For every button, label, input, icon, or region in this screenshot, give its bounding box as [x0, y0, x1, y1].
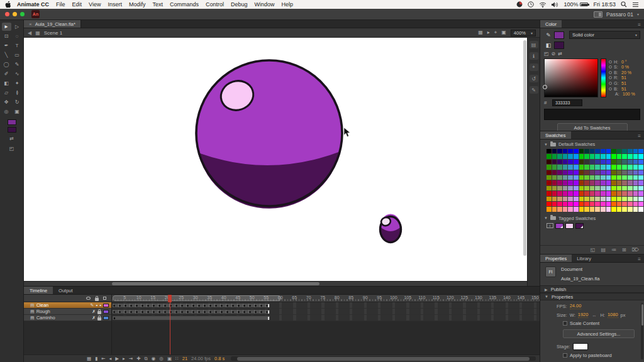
swatch-cell[interactable]	[622, 202, 627, 206]
swatch-cell[interactable]	[568, 154, 573, 158]
swatch-cell[interactable]	[547, 207, 552, 211]
layer-hidden-icon[interactable]: ✗	[92, 309, 96, 314]
swatch-cell[interactable]	[563, 170, 568, 175]
swatch-cell[interactable]	[606, 202, 611, 206]
onion-skin-button[interactable]: ◉	[152, 356, 156, 361]
center-frame-button[interactable]: ✚	[136, 356, 140, 361]
tab-properties[interactable]: Properties	[540, 255, 572, 262]
swatch-cell[interactable]	[552, 207, 557, 211]
modify-markers-button[interactable]: ∷	[175, 356, 179, 361]
swatch-cell[interactable]	[595, 207, 600, 211]
eyedropper-tool[interactable]: ✦	[13, 79, 22, 87]
fill-color-chip[interactable]	[8, 127, 16, 133]
swap-colors-icon[interactable]: ⇄	[7, 134, 16, 143]
swatch-cell[interactable]	[568, 207, 573, 211]
step-back-button[interactable]: ◂	[109, 356, 112, 361]
swatch-cell[interactable]	[590, 160, 595, 164]
window-minimize-button[interactable]	[13, 12, 17, 16]
eraser-tool[interactable]: ▱	[2, 89, 11, 97]
swatch-cell[interactable]	[568, 186, 573, 190]
paint-bucket-tool[interactable]: ◧	[2, 79, 11, 87]
swatch-cell[interactable]	[628, 175, 633, 180]
swatch-cell[interactable]	[601, 207, 606, 211]
swatch-cell[interactable]	[579, 170, 584, 175]
height-value-field[interactable]: 1080	[608, 312, 618, 318]
swatch-cell[interactable]	[633, 175, 638, 180]
swatch-cell[interactable]	[638, 207, 643, 211]
swatch-cell[interactable]	[552, 202, 557, 206]
color-component-radio[interactable]	[609, 71, 612, 74]
swatch-cell[interactable]	[552, 191, 557, 195]
window-close-button[interactable]	[5, 12, 9, 16]
edit-multiple-frames-button[interactable]: ▣	[167, 356, 172, 361]
swatch-list-button[interactable]: ≔	[611, 247, 616, 253]
volume-icon[interactable]	[552, 2, 558, 8]
frame-rate-value[interactable]: 24.00 fps	[191, 356, 211, 361]
swatch-cell[interactable]	[622, 154, 627, 158]
swatch-cell[interactable]	[574, 207, 579, 211]
swatch-cell[interactable]	[628, 197, 633, 201]
swatch-cell[interactable]	[574, 180, 579, 185]
layer-outline-color-chip[interactable]	[103, 316, 109, 320]
swatch-cell[interactable]	[633, 154, 638, 158]
swatch-cell[interactable]	[590, 202, 595, 206]
swatch-cell[interactable]	[595, 186, 600, 190]
menu-clock[interactable]: Fri 18:53	[593, 1, 616, 8]
canvas-vertical-scrollbar[interactable]	[523, 40, 526, 275]
swatch-cell[interactable]	[611, 175, 616, 180]
swatch-cell[interactable]	[622, 170, 627, 175]
swatch-cell[interactable]	[552, 175, 557, 180]
swatch-cell[interactable]	[617, 186, 622, 190]
swatch-cell[interactable]	[611, 180, 616, 185]
menu-item-edit[interactable]: Edit	[72, 1, 82, 8]
swatch-cell[interactable]	[552, 165, 557, 169]
swatch-cell[interactable]	[574, 175, 579, 180]
menu-item-window[interactable]: Window	[255, 1, 275, 8]
swatch-cell[interactable]	[617, 154, 622, 158]
swatch-cell[interactable]	[574, 186, 579, 190]
swatch-cell[interactable]	[638, 160, 643, 164]
swatch-cell[interactable]	[590, 180, 595, 185]
saturation-brightness-picker[interactable]	[544, 58, 598, 97]
swap-stroke-fill-icon[interactable]: ⇄	[558, 51, 562, 57]
tab-output[interactable]: Output	[53, 287, 79, 294]
stroke-color-chip[interactable]	[8, 119, 16, 125]
color-component-radio[interactable]	[609, 87, 612, 90]
menu-item-help[interactable]: Help	[282, 1, 294, 8]
single-keyframe-track[interactable]	[112, 315, 270, 321]
swatch-cell[interactable]	[617, 175, 622, 180]
swatch-cell[interactable]	[601, 149, 606, 153]
outline-all-layers-icon[interactable]	[103, 297, 106, 300]
swatch-cell[interactable]	[595, 175, 600, 180]
swatch-cell[interactable]	[579, 180, 584, 185]
swatch-cell[interactable]	[557, 191, 562, 195]
publish-section-header[interactable]: ▶Publish	[540, 285, 644, 293]
swatch-cell[interactable]	[584, 175, 589, 180]
swatch-cell[interactable]	[617, 160, 622, 164]
document-tab[interactable]: × Aula_19_Clean.fla*	[24, 20, 81, 28]
tab-swatches[interactable]: Swatches	[540, 131, 571, 139]
color-component-value[interactable]: 51	[621, 75, 626, 80]
swatch-cell[interactable]	[568, 149, 573, 153]
scene-label[interactable]: Scene 1	[44, 30, 62, 36]
go-to-last-frame-button[interactable]: ⇥	[129, 356, 133, 361]
color-component-value[interactable]: 51	[621, 81, 626, 85]
swatch-cell[interactable]	[563, 165, 568, 169]
layer-frames-caminho[interactable]	[112, 315, 540, 321]
swatch-cell[interactable]	[611, 165, 616, 169]
play-button[interactable]: ▶	[115, 356, 119, 361]
layer-frames-clean[interactable]	[112, 302, 540, 309]
swatch-cell[interactable]	[568, 197, 573, 201]
layer-frames-rough[interactable]	[112, 309, 540, 315]
swatch-cell[interactable]	[563, 202, 568, 206]
swatch-cell[interactable]	[557, 160, 562, 164]
swatch-cell[interactable]	[601, 175, 606, 180]
swatch-cell[interactable]	[617, 180, 622, 185]
swatch-cell[interactable]	[584, 170, 589, 175]
collapsed-panel-history-icon[interactable]: ↺	[530, 75, 538, 82]
swatch-cell[interactable]	[638, 180, 643, 185]
stage-zoom-select[interactable]: 400%▾	[511, 30, 536, 36]
swatch-cell[interactable]	[628, 149, 633, 153]
swatch-cell[interactable]	[622, 175, 627, 180]
fill-color-icon[interactable]: ◧	[544, 42, 553, 48]
